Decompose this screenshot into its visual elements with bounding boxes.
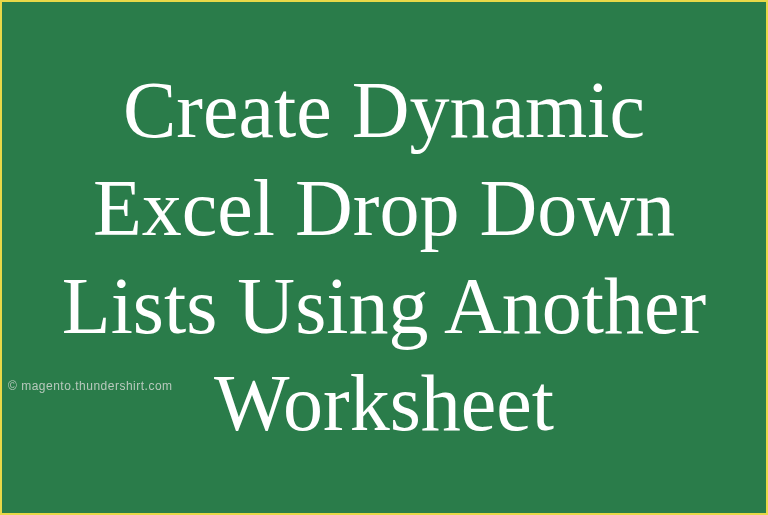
attribution-text: © magento.thundershirt.com bbox=[8, 379, 173, 393]
page-title: Create Dynamic Excel Drop Down Lists Usi… bbox=[2, 62, 766, 452]
